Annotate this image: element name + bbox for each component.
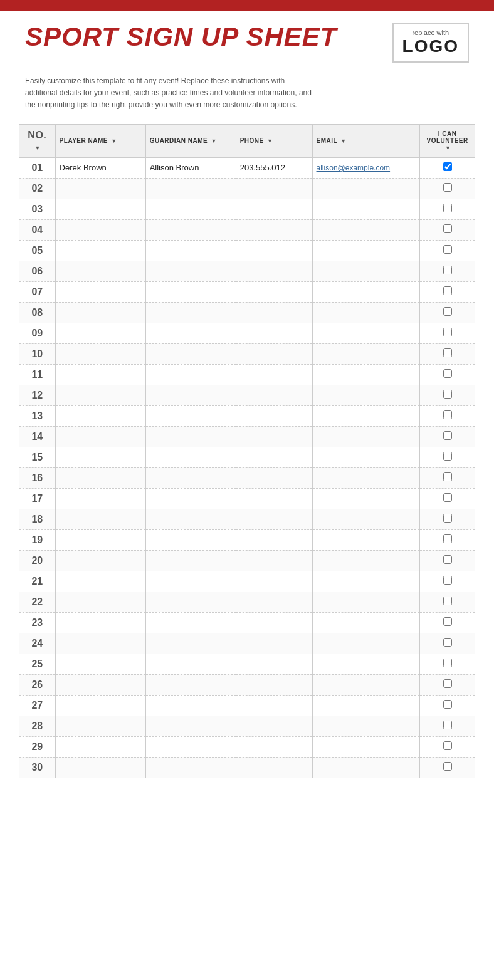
player-dropdown-icon[interactable]: ▼: [111, 138, 117, 144]
guardian-name-cell: [145, 364, 236, 385]
guardian-name-cell: [145, 716, 236, 736]
email-link[interactable]: allison@example.com: [317, 164, 391, 172]
guardian-name-cell: [145, 178, 236, 199]
volunteer-dropdown-icon[interactable]: ▼: [445, 145, 451, 151]
player-name-cell: [55, 281, 145, 302]
volunteer-cell: [420, 426, 475, 447]
guardian-name-cell: [145, 612, 236, 633]
volunteer-checkbox[interactable]: [443, 700, 452, 709]
table-row: 27: [19, 695, 475, 716]
volunteer-checkbox[interactable]: [443, 286, 452, 295]
phone-cell: [236, 261, 312, 281]
email-cell: [312, 509, 420, 529]
table-row: 30: [19, 757, 475, 778]
table-row: 16: [19, 467, 475, 488]
email-cell: [312, 529, 420, 550]
volunteer-checkbox[interactable]: [443, 162, 452, 171]
col-header-no: NO. ▼: [19, 124, 56, 157]
email-cell: [312, 592, 420, 612]
guardian-name-cell: [145, 488, 236, 509]
volunteer-checkbox[interactable]: [443, 452, 452, 461]
table-row: 19: [19, 529, 475, 550]
phone-cell: [236, 467, 312, 488]
volunteer-checkbox[interactable]: [443, 576, 452, 585]
volunteer-checkbox[interactable]: [443, 534, 452, 543]
volunteer-checkbox[interactable]: [443, 493, 452, 502]
table-row: 07: [19, 281, 475, 302]
row-number: 12: [19, 385, 56, 405]
phone-cell: [236, 509, 312, 529]
table-row: 13: [19, 405, 475, 426]
volunteer-cell: [420, 281, 475, 302]
volunteer-cell: [420, 654, 475, 674]
volunteer-checkbox[interactable]: [443, 472, 452, 481]
row-number: 24: [19, 633, 56, 654]
player-name-cell: [55, 178, 145, 199]
table-row: 23: [19, 612, 475, 633]
player-name-cell: [55, 716, 145, 736]
signup-table: NO. ▼ PLAYER NAME ▼ GUARDIAN NAME ▼ PHON…: [19, 124, 475, 778]
table-row: 11: [19, 364, 475, 385]
volunteer-cell: [420, 240, 475, 261]
volunteer-checkbox[interactable]: [443, 369, 452, 378]
volunteer-cell: [420, 633, 475, 654]
volunteer-checkbox[interactable]: [443, 183, 452, 192]
volunteer-checkbox[interactable]: [443, 638, 452, 647]
phone-cell: [236, 757, 312, 778]
volunteer-cell: [420, 592, 475, 612]
phone-cell: [236, 592, 312, 612]
guardian-name-cell: Allison Brown: [145, 157, 236, 178]
volunteer-cell: [420, 219, 475, 240]
logo-box: replace with LOGO: [392, 23, 469, 63]
phone-cell: [236, 571, 312, 592]
volunteer-checkbox[interactable]: [443, 266, 452, 274]
volunteer-checkbox[interactable]: [443, 410, 452, 419]
volunteer-checkbox[interactable]: [443, 597, 452, 605]
volunteer-checkbox[interactable]: [443, 204, 452, 212]
table-row: 06: [19, 261, 475, 281]
guardian-name-cell: [145, 261, 236, 281]
email-cell: [312, 302, 420, 323]
volunteer-checkbox[interactable]: [443, 741, 452, 750]
page-title: SPORT SIGN UP SHEET: [25, 23, 337, 51]
volunteer-checkbox[interactable]: [443, 762, 452, 771]
player-name-cell: [55, 364, 145, 385]
phone-cell: [236, 343, 312, 364]
volunteer-cell: [420, 757, 475, 778]
volunteer-cell: [420, 343, 475, 364]
email-dropdown-icon[interactable]: ▼: [340, 138, 346, 144]
volunteer-checkbox[interactable]: [443, 348, 452, 357]
volunteer-checkbox[interactable]: [443, 245, 452, 254]
volunteer-checkbox[interactable]: [443, 307, 452, 316]
player-name-cell: [55, 757, 145, 778]
volunteer-checkbox[interactable]: [443, 555, 452, 564]
volunteer-checkbox[interactable]: [443, 659, 452, 667]
guardian-name-cell: [145, 509, 236, 529]
volunteer-checkbox[interactable]: [443, 390, 452, 399]
guardian-name-cell: [145, 550, 236, 571]
volunteer-cell: [420, 323, 475, 343]
table-row: 25: [19, 654, 475, 674]
volunteer-checkbox[interactable]: [443, 617, 452, 626]
logo-text: LOGO: [402, 36, 459, 56]
volunteer-checkbox[interactable]: [443, 431, 452, 440]
email-cell: [312, 571, 420, 592]
table-row: 17: [19, 488, 475, 509]
row-number: 30: [19, 757, 56, 778]
volunteer-checkbox[interactable]: [443, 224, 452, 233]
guardian-dropdown-icon[interactable]: ▼: [211, 138, 217, 144]
volunteer-checkbox[interactable]: [443, 679, 452, 688]
phone-cell: [236, 447, 312, 467]
phone-cell: [236, 240, 312, 261]
email-cell: [312, 405, 420, 426]
table-row: 26: [19, 674, 475, 695]
phone-dropdown-icon[interactable]: ▼: [267, 138, 273, 144]
table-row: 24: [19, 633, 475, 654]
volunteer-checkbox[interactable]: [443, 721, 452, 729]
phone-cell: [236, 674, 312, 695]
no-dropdown-icon[interactable]: ▼: [35, 145, 41, 151]
volunteer-checkbox[interactable]: [443, 514, 452, 523]
email-cell: allison@example.com: [312, 157, 420, 178]
row-number: 06: [19, 261, 56, 281]
volunteer-checkbox[interactable]: [443, 328, 452, 336]
